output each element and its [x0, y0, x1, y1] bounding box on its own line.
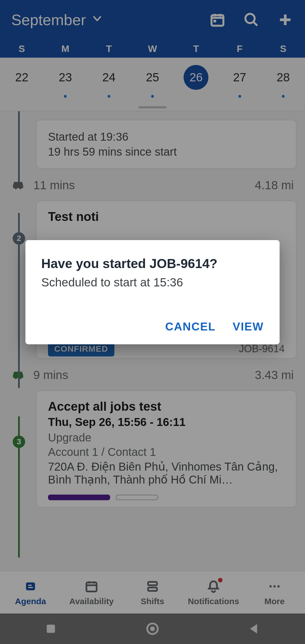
view-button[interactable]: VIEW [233, 320, 264, 333]
dialog-message: Scheduled to start at 15:36 [41, 276, 264, 289]
start-job-dialog: Have you started JOB-9614? Scheduled to … [25, 240, 280, 344]
cancel-button[interactable]: CANCEL [165, 320, 216, 333]
screen: September S M T W T F S [0, 0, 305, 644]
dialog-title: Have you started JOB-9614? [41, 256, 264, 271]
